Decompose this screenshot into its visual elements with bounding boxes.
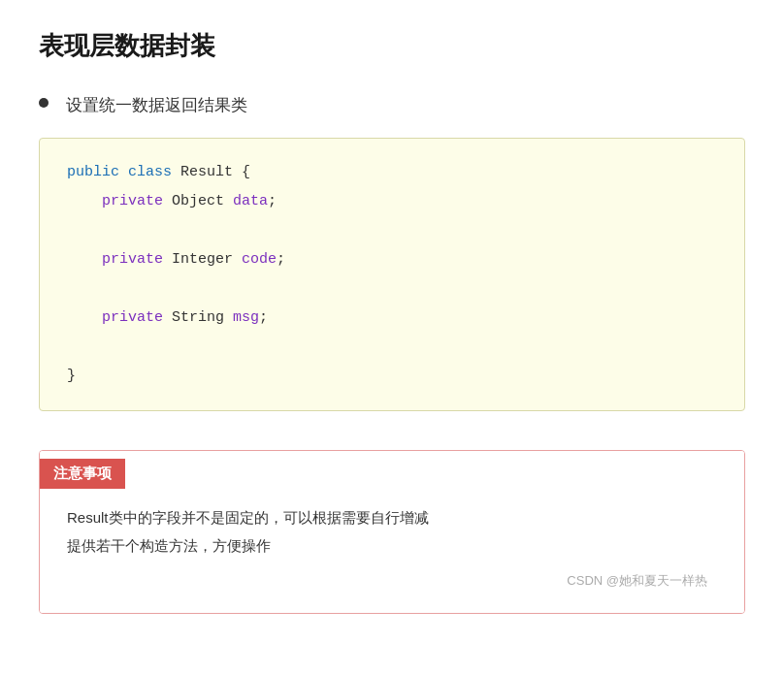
bullet-dot bbox=[39, 98, 49, 108]
watermark: CSDN @她和夏天一样热 bbox=[67, 569, 717, 594]
keyword-private-3: private bbox=[102, 309, 163, 326]
code-line-4: private Integer code; bbox=[67, 245, 717, 274]
bullet-text: 设置统一数据返回结果类 bbox=[66, 92, 247, 118]
notice-header-bar: 注意事项 bbox=[40, 451, 744, 489]
code-line-1: public class Result { bbox=[67, 158, 717, 187]
keyword-private-1: private bbox=[102, 193, 163, 209]
code-line-7 bbox=[67, 333, 717, 362]
code-line-6: private String msg; bbox=[67, 304, 717, 333]
bullet-section: 设置统一数据返回结果类 bbox=[39, 92, 745, 118]
keyword-public-class: public class bbox=[67, 164, 172, 180]
notice-body: Result类中的字段并不是固定的，可以根据需要自行增减 提供若干个构造方法，方… bbox=[40, 489, 744, 613]
field-code: code bbox=[242, 251, 277, 268]
bullet-item: 设置统一数据返回结果类 bbox=[39, 92, 745, 118]
code-block: public class Result { private Object dat… bbox=[39, 138, 745, 411]
notice-line-2: 提供若干个构造方法，方便操作 bbox=[67, 532, 717, 561]
code-line-2: private Object data; bbox=[67, 187, 717, 216]
keyword-private-2: private bbox=[102, 251, 163, 268]
code-line-3 bbox=[67, 216, 717, 245]
notice-header: 注意事项 bbox=[40, 459, 125, 489]
notice-line-1: Result类中的字段并不是固定的，可以根据需要自行增减 bbox=[67, 504, 717, 532]
field-data: data bbox=[233, 193, 268, 209]
field-msg: msg bbox=[233, 309, 259, 326]
page-title: 表现层数据封装 bbox=[39, 29, 745, 63]
notice-section: 注意事项 Result类中的字段并不是固定的，可以根据需要自行增减 提供若干个构… bbox=[39, 450, 745, 614]
code-line-5 bbox=[67, 274, 717, 304]
code-line-8: } bbox=[67, 362, 717, 391]
